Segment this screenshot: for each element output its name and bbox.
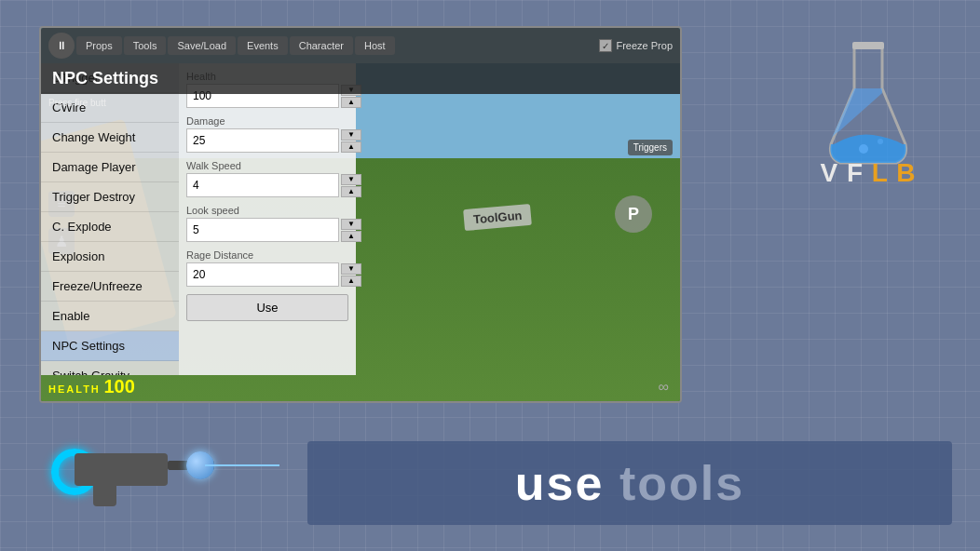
health-value: 100 xyxy=(103,376,134,396)
top-bar: ⏸ Props Tools Save/Load Events Character… xyxy=(41,28,680,63)
ragedistance-input[interactable] xyxy=(186,262,339,287)
settings-panel: Health ▼ ▲ Damage ▼ ▲ Walk Speed xyxy=(179,63,356,375)
walkspeed-down-btn[interactable]: ▼ xyxy=(341,174,361,185)
pause-button[interactable]: ⏸ xyxy=(48,33,75,59)
lookspeed-field-group: Look speed ▼ ▲ xyxy=(186,205,348,242)
damage-label: Damage xyxy=(186,115,348,127)
hud-p-button[interactable]: P xyxy=(615,195,652,233)
menu-item-explosion[interactable]: Explosion xyxy=(41,242,179,272)
tab-saveload[interactable]: Save/Load xyxy=(168,36,236,55)
walkspeed-arrow-btns: ▼ ▲ xyxy=(341,174,361,197)
damage-field-group: Damage ▼ ▲ xyxy=(186,115,348,153)
walkspeed-label: Walk Speed xyxy=(186,160,348,171)
tools-word: tools xyxy=(619,456,744,510)
ragedistance-field-group: Rage Distance ▼ ▲ xyxy=(186,249,348,287)
npc-settings-title: NPC Settings xyxy=(41,63,680,94)
lookspeed-field-row: ▼ ▲ xyxy=(186,218,348,242)
v-letter: V xyxy=(821,158,839,187)
gun-beam-line xyxy=(205,464,279,466)
walkspeed-up-btn[interactable]: ▲ xyxy=(341,186,361,197)
svg-point-1 xyxy=(859,144,868,154)
weapon-body xyxy=(37,444,205,509)
walkspeed-input[interactable] xyxy=(186,173,339,197)
f-letter: F xyxy=(847,158,864,187)
game-window: ⏸ Props Tools Save/Load Events Character… xyxy=(39,26,682,403)
tab-props[interactable]: Props xyxy=(76,36,122,55)
freeze-prop-checkbox[interactable]: ✓ xyxy=(599,39,612,52)
menu-item-enable[interactable]: Enable xyxy=(41,302,179,331)
use-word: use xyxy=(515,456,605,510)
b-letter: B xyxy=(896,158,916,187)
tab-tools[interactable]: Tools xyxy=(124,36,167,55)
tab-character[interactable]: Character xyxy=(290,36,353,55)
flask-container: V F L B xyxy=(812,37,924,223)
freeze-prop-container: ✓ Freeze Prop xyxy=(599,39,673,52)
damage-field-row: ▼ ▲ xyxy=(186,128,348,153)
bottom-panel: use tools xyxy=(307,441,952,525)
damage-input[interactable] xyxy=(186,128,339,153)
menu-item-change-weight[interactable]: Change Weight xyxy=(41,123,179,153)
lookspeed-up-btn[interactable]: ▲ xyxy=(341,231,361,242)
ragedistance-arrow-btns: ▼ ▲ xyxy=(341,263,361,287)
menu-item-trigger-destroy[interactable]: Trigger Destroy xyxy=(41,182,179,212)
triggers-button[interactable]: Triggers xyxy=(628,140,673,155)
walkspeed-field-row: ▼ ▲ xyxy=(186,173,348,197)
infinity-icon: ∞ xyxy=(659,379,669,396)
gun-handle xyxy=(93,483,116,506)
use-button[interactable]: Use xyxy=(186,294,348,321)
menu-item-switch-gravity[interactable]: Switch Gravity xyxy=(41,361,179,375)
left-menu-panel: CTrigger CWire Change Weight Damage Play… xyxy=(41,63,179,375)
menu-item-c-explode[interactable]: C. Explode xyxy=(41,212,179,242)
menu-item-damage-player[interactable]: Damage Player xyxy=(41,153,179,182)
damage-down-btn[interactable]: ▼ xyxy=(341,129,361,141)
svg-point-2 xyxy=(878,139,883,144)
walkspeed-field-group: Walk Speed ▼ ▲ xyxy=(186,160,348,197)
menu-item-freeze-unfreeze[interactable]: Freeze/Unfreeze xyxy=(41,272,179,302)
lookspeed-label: Look speed xyxy=(186,205,348,216)
press-fire-text: Press fire butt xyxy=(48,98,106,108)
health-bar: HEALTH 100 xyxy=(48,376,135,397)
ragedistance-field-row: ▼ ▲ xyxy=(186,262,348,287)
lookspeed-input[interactable] xyxy=(186,218,339,242)
damage-up-btn[interactable]: ▲ xyxy=(341,141,361,153)
vflb-logo: V F L B xyxy=(821,158,917,188)
ragedistance-label: Rage Distance xyxy=(186,249,348,261)
tab-events[interactable]: Events xyxy=(238,36,288,55)
tab-host[interactable]: Host xyxy=(355,36,395,55)
menu-item-npc-settings[interactable]: NPC Settings xyxy=(41,331,179,361)
flask-svg xyxy=(826,37,910,168)
health-label-text: HEALTH xyxy=(48,383,101,395)
damage-arrow-btns: ▼ ▲ xyxy=(341,129,361,153)
ragedistance-down-btn[interactable]: ▼ xyxy=(341,263,361,275)
freeze-prop-label: Freeze Prop xyxy=(616,40,673,51)
svg-rect-0 xyxy=(852,42,884,49)
lookspeed-arrow-btns: ▼ ▲ xyxy=(341,219,361,242)
gun-main-body xyxy=(75,453,168,486)
health-up-btn[interactable]: ▲ xyxy=(341,97,361,108)
l-letter: L xyxy=(872,158,889,187)
lookspeed-down-btn[interactable]: ▼ xyxy=(341,219,361,230)
weapon-container xyxy=(37,430,242,523)
bottom-panel-text: use tools xyxy=(515,455,744,511)
ragedistance-up-btn[interactable]: ▲ xyxy=(341,276,361,287)
